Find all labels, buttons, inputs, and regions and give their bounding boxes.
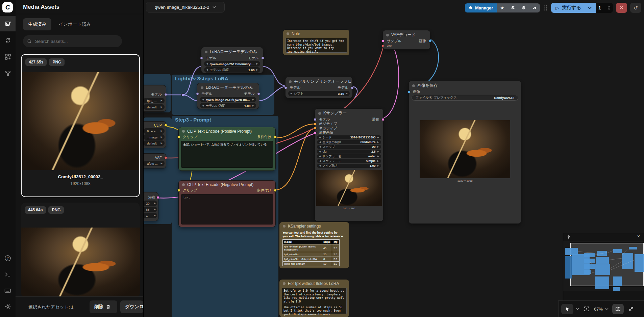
- collapse-dot-icon[interactable]: [283, 282, 286, 285]
- collapse-dot-icon[interactable]: [182, 183, 185, 186]
- port-cond-out[interactable]: [274, 136, 277, 139]
- node-save-image[interactable]: 画像を保存 画像 ファイル名_プレフィックス ComfyUI2512 1920 …: [409, 81, 521, 223]
- port-clip-in[interactable]: [177, 136, 180, 139]
- share-icon[interactable]: [529, 5, 540, 10]
- arrow-right-icon[interactable]: ▶: [377, 155, 379, 158]
- cancel-button[interactable]: ×: [616, 3, 627, 13]
- arrow-right-icon[interactable]: ▶: [161, 142, 163, 144]
- sidebar-item-shortcuts[interactable]: [0, 283, 16, 298]
- prompt-textarea[interactable]: 金髪, ショートヘア, 女性が舞台でヴァイオリンを弾いている: [181, 141, 273, 168]
- arrow-right-icon[interactable]: ▶: [161, 136, 163, 138]
- arrow-right-icon[interactable]: ▶: [161, 99, 163, 102]
- arrow-left-icon[interactable]: ◀: [319, 164, 321, 167]
- arrow-right-icon[interactable]: ▶: [377, 141, 379, 143]
- collapse-dot-icon[interactable]: [182, 130, 185, 133]
- arrow-right-icon[interactable]: ▶: [161, 130, 163, 132]
- port-vae-out[interactable]: [164, 156, 167, 159]
- arrow-right-icon[interactable]: ▶: [377, 150, 379, 153]
- port-model-out[interactable]: [257, 93, 260, 96]
- widget-control-after-generate[interactable]: ◀ 生成後の制御 randomize ▶: [317, 140, 381, 144]
- arrow-right-icon[interactable]: ▶: [154, 208, 156, 211]
- widget-latent-height[interactable]: 88▶: [143, 207, 157, 212]
- widget-clip-type[interactable]: _image▶: [143, 134, 165, 140]
- arrow-left-icon[interactable]: ◀: [202, 98, 204, 101]
- bell-slash-icon[interactable]: [518, 5, 529, 10]
- chevron-down-icon[interactable]: [605, 308, 609, 310]
- toggle-links-button[interactable]: [626, 304, 636, 314]
- port-vae-in[interactable]: [381, 45, 384, 47]
- arrow-right-icon[interactable]: ▶: [377, 136, 379, 139]
- node-note[interactable]: Note Increase the shift if you get too m…: [283, 30, 349, 55]
- port-clip-out[interactable]: [164, 124, 167, 127]
- star-icon[interactable]: ★: [497, 5, 507, 10]
- widget-scheduler[interactable]: ◀ スケジューラ simple ▶: [317, 159, 381, 163]
- port-model-in[interactable]: [314, 118, 317, 121]
- port-model-in[interactable]: [284, 86, 287, 89]
- widget-latent-width[interactable]: 20▶: [143, 201, 157, 206]
- widget-lora-name[interactable]: ◀ qwen-image-2512\momistyle251 ... ▶: [204, 61, 260, 67]
- download-button[interactable]: ダウンロ: [120, 300, 143, 313]
- saved-image-preview[interactable]: [420, 120, 510, 178]
- toolbar-drag-handle[interactable]: [544, 5, 547, 10]
- chevron-down-icon[interactable]: [213, 6, 216, 8]
- ksampler-preview-image[interactable]: [316, 170, 382, 206]
- port-latent-out[interactable]: [156, 196, 159, 199]
- chevron-down-icon[interactable]: [576, 308, 579, 310]
- arrow-left-icon[interactable]: ◀: [202, 104, 204, 107]
- prompt-textarea[interactable]: text: [181, 194, 273, 224]
- port-model-in[interactable]: [200, 57, 203, 60]
- minimap-viewport[interactable]: [563, 241, 644, 291]
- arrow-right-icon[interactable]: ▶: [346, 92, 348, 95]
- widget-denoise[interactable]: ◀ ノイズ除去 1.00 ▶: [317, 164, 381, 168]
- arrow-left-icon[interactable]: ◀: [206, 69, 208, 71]
- widget-latent-batch[interactable]: 1▶: [143, 213, 157, 218]
- node-model-loader-partial[interactable]: モデル fp8_ ...▶ default▶: [142, 85, 166, 111]
- widget-lora-strength[interactable]: ◀ モデルの強度 1.00 ▶: [204, 67, 260, 73]
- tab-imported[interactable]: インポート済み: [53, 18, 96, 30]
- widget-seed[interactable]: ◀ シード 307447037133393 ▶: [317, 135, 381, 139]
- node-lora-loader-1[interactable]: LoRAローダーモデルのみ モデル モデル ◀ qwen-image-2512\…: [201, 47, 263, 73]
- arrow-right-icon[interactable]: ▶: [161, 162, 163, 165]
- node-vae-decode[interactable]: VAEデコード サンプル 画像 vae: [383, 30, 430, 49]
- chevron-down-icon[interactable]: [608, 8, 611, 10]
- fit-view-button[interactable]: [581, 304, 592, 314]
- arrow-left-icon[interactable]: ◀: [319, 146, 321, 148]
- collapse-dot-icon[interactable]: [201, 86, 203, 89]
- sidebar-item-workflows[interactable]: [0, 32, 16, 48]
- widget-clip-name[interactable]: 8_sca...▶: [143, 128, 165, 134]
- port-model-out[interactable]: [164, 93, 167, 96]
- sidebar-item-node-library[interactable]: [0, 49, 16, 64]
- node-lora-loader-2[interactable]: LoRAローダーモデルのみ モデル モデル ◀ qwen-image-2512\…: [197, 83, 259, 109]
- minimap-close-icon[interactable]: ×: [637, 234, 640, 239]
- arrow-right-icon[interactable]: ▶: [154, 202, 156, 205]
- arrow-left-icon[interactable]: ◀: [319, 150, 321, 153]
- node-model-sampling-auraflow[interactable]: モデルサンプリングオーラフロー モデル モデル ◀ シフト 3.10 ▶: [286, 77, 352, 98]
- widget-clip-device[interactable]: default▶: [143, 140, 165, 146]
- asset-thumbnail[interactable]: [21, 228, 140, 297]
- bell-icon[interactable]: [507, 5, 518, 10]
- arrow-left-icon[interactable]: ◀: [290, 92, 292, 95]
- port-samples-in[interactable]: [381, 40, 385, 43]
- port-model-out[interactable]: [261, 57, 264, 60]
- minimap-toggle-button[interactable]: [612, 304, 624, 314]
- arrow-left-icon[interactable]: ◀: [319, 155, 321, 158]
- widget-shift[interactable]: ◀ シフト 3.10 ▶: [288, 91, 350, 96]
- widget-lora-name[interactable]: ◀ qwen-image-2512\Qwen-Image- ... ▶: [200, 97, 256, 102]
- arrow-right-icon[interactable]: ▶: [256, 62, 258, 65]
- arrow-right-icon[interactable]: ▶: [377, 146, 379, 148]
- sidebar-item-help[interactable]: ?: [0, 250, 16, 266]
- minimap-settings-icon[interactable]: [566, 235, 571, 240]
- arrow-right-icon[interactable]: ▶: [252, 98, 254, 101]
- collapse-dot-icon[interactable]: [318, 112, 321, 115]
- collapse-dot-icon[interactable]: [386, 34, 389, 36]
- widget-weight-dtype[interactable]: default▶: [143, 104, 165, 110]
- asset-card-2[interactable]: 445.64s PNG: [21, 203, 140, 297]
- collapse-dot-icon[interactable]: [289, 80, 292, 83]
- widget-vae-name[interactable]: afete ...▶: [143, 161, 165, 166]
- widget-lora-strength[interactable]: ◀ モデルの強度 1.00 ▶: [200, 103, 256, 108]
- widget-cfg[interactable]: ◀ cfg 2.5 ▶: [317, 150, 381, 154]
- port-clip-in[interactable]: [177, 189, 180, 192]
- arrow-left-icon[interactable]: ◀: [319, 160, 321, 162]
- port-latent-out[interactable]: [381, 118, 385, 121]
- arrow-left-icon[interactable]: ◀: [319, 136, 321, 139]
